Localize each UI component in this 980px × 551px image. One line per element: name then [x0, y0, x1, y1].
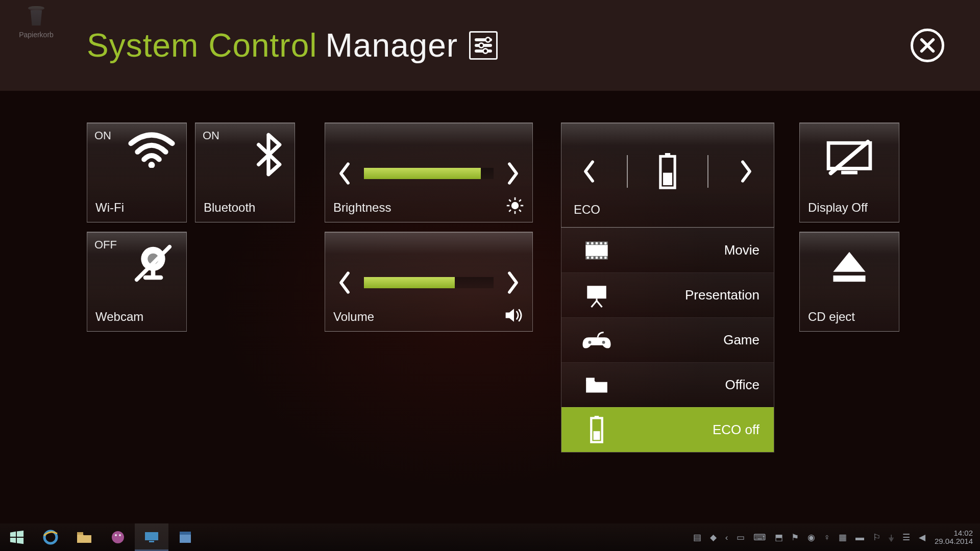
- svg-rect-51: [149, 541, 154, 542]
- cd-eject-label: CD eject: [808, 310, 855, 324]
- volume-decrease-button[interactable]: [337, 270, 352, 295]
- svg-rect-40: [594, 431, 600, 440]
- brightness-icon: [506, 196, 524, 215]
- eject-icon: [829, 249, 869, 284]
- brightness-increase-button[interactable]: [506, 161, 520, 186]
- eco-item-game[interactable]: Game: [561, 317, 774, 362]
- svg-rect-42: [841, 171, 857, 174]
- taskbar-app-2[interactable]: [135, 523, 168, 551]
- webcam-tile[interactable]: OFF Webcam: [87, 232, 187, 332]
- webcam-state: OFF: [94, 238, 117, 252]
- wifi-state: ON: [94, 129, 111, 142]
- separator: [627, 155, 628, 188]
- chevron-right-icon: [506, 161, 520, 186]
- svg-rect-30: [604, 256, 606, 258]
- svg-rect-44: [833, 276, 865, 282]
- display-off-label: Display Off: [808, 201, 868, 215]
- eco-item-eco-off[interactable]: ECO off: [561, 407, 774, 452]
- svg-rect-26: [587, 256, 589, 258]
- clock-date: 29.04.2014: [935, 537, 973, 546]
- svg-rect-28: [596, 256, 598, 258]
- svg-line-11: [509, 199, 511, 202]
- eco-item-office[interactable]: Office: [561, 362, 774, 407]
- eco-mode-list: Movie Presentation Game Office: [561, 228, 774, 453]
- brightness-track[interactable]: [364, 168, 494, 179]
- taskbar-clock[interactable]: 14:02 29.04.2014: [935, 529, 973, 546]
- palette-icon: [110, 530, 126, 545]
- start-button[interactable]: [0, 523, 34, 551]
- system-control-manager-window: System Control Manager ON Wi-Fi: [0, 0, 980, 505]
- svg-rect-53: [180, 532, 191, 535]
- svg-line-12: [519, 210, 521, 212]
- cd-eject-tile[interactable]: CD eject: [799, 232, 899, 332]
- chevron-right-icon: [506, 270, 520, 295]
- volume-tile: Volume: [325, 232, 533, 332]
- svg-point-47: [112, 531, 124, 543]
- webcam-label: Webcam: [95, 310, 143, 324]
- chevron-left-icon: [582, 159, 596, 184]
- system-tray: ▤ ◆ ‹ ▭ ⌨ ⬒ ⚑ ◉ ♀ ▦ ▬ ⚐ ⏚ ☰ ◀ 14:02 29.0…: [693, 529, 980, 546]
- taskbar-ie[interactable]: [34, 523, 67, 551]
- bluetooth-tile[interactable]: ON Bluetooth: [195, 122, 295, 222]
- svg-line-14: [509, 210, 511, 212]
- eco-item-movie[interactable]: Movie: [561, 228, 774, 272]
- svg-line-13: [519, 199, 521, 202]
- svg-point-36: [602, 340, 605, 343]
- chevron-right-icon: [739, 159, 753, 184]
- brightness-tile: Brightness: [325, 122, 533, 222]
- svg-point-6: [511, 202, 519, 209]
- windows-icon: [9, 530, 24, 545]
- clock-time: 14:02: [935, 529, 973, 538]
- wifi-label: Wi-Fi: [95, 201, 124, 215]
- tray-icons[interactable]: ▤ ◆ ‹ ▭ ⌨ ⬒ ⚑ ◉ ♀ ▦ ▬ ⚐ ⏚ ☰ ◀: [693, 532, 928, 543]
- volume-label: Volume: [333, 310, 374, 324]
- svg-rect-29: [600, 256, 602, 258]
- volume-increase-button[interactable]: [506, 270, 520, 295]
- taskbar-explorer[interactable]: [67, 523, 101, 551]
- display-off-tile[interactable]: Display Off: [799, 122, 899, 222]
- eco-next-button[interactable]: [739, 159, 753, 184]
- wifi-tile[interactable]: ON Wi-Fi: [87, 122, 187, 222]
- brightness-decrease-button[interactable]: [337, 161, 352, 186]
- eco-prev-button[interactable]: [582, 159, 596, 184]
- sliders-icon: [469, 31, 498, 60]
- svg-line-34: [597, 300, 602, 307]
- taskbar-app-1[interactable]: [101, 523, 135, 551]
- brightness-label: Brightness: [333, 201, 391, 215]
- eco-item-label: Movie: [724, 242, 760, 258]
- app-header: System Control Manager: [0, 0, 980, 91]
- webcam-off-icon: [131, 241, 175, 285]
- close-icon: [919, 37, 936, 54]
- eco-item-label: Game: [723, 332, 760, 348]
- eco-item-label: Office: [725, 377, 760, 393]
- window-icon: [178, 530, 192, 544]
- svg-point-0: [149, 162, 155, 168]
- svg-rect-37: [586, 378, 595, 381]
- eco-item-presentation[interactable]: Presentation: [561, 272, 774, 317]
- taskbar: ▤ ◆ ‹ ▭ ⌨ ⬒ ⚑ ◉ ♀ ▦ ▬ ⚐ ⏚ ☰ ◀ 14:02 29.0…: [0, 523, 980, 551]
- app-title-accent: System Control: [87, 27, 317, 64]
- eco-item-label: ECO off: [713, 422, 760, 438]
- close-button[interactable]: [911, 29, 944, 62]
- svg-rect-46: [77, 532, 83, 535]
- svg-point-35: [589, 340, 592, 343]
- svg-rect-22: [591, 242, 593, 244]
- taskbar-app-3[interactable]: [168, 523, 202, 551]
- bluetooth-icon: [254, 132, 283, 177]
- ie-icon: [42, 529, 59, 546]
- film-icon: [581, 239, 612, 262]
- svg-rect-31: [587, 286, 606, 298]
- volume-track[interactable]: [364, 277, 494, 288]
- eco-label: ECO: [574, 203, 600, 217]
- svg-rect-21: [587, 242, 589, 244]
- svg-rect-4: [143, 276, 163, 280]
- display-off-icon: [824, 138, 875, 179]
- eco-tile: ECO: [561, 122, 774, 228]
- speaker-icon: [504, 307, 524, 324]
- svg-line-33: [592, 300, 597, 307]
- app-title-rest: Manager: [325, 27, 458, 64]
- svg-point-49: [119, 534, 121, 536]
- gamepad-icon: [581, 330, 612, 350]
- monitor-icon: [143, 531, 160, 544]
- presentation-icon: [581, 283, 612, 308]
